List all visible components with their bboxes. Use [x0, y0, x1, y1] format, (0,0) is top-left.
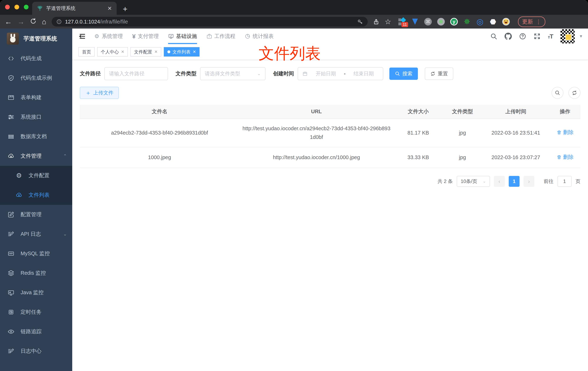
calendar-icon: [302, 71, 308, 76]
chrome-update-button[interactable]: 更新 ⋮: [518, 16, 545, 27]
current-page[interactable]: 1: [509, 176, 520, 187]
page-size-select[interactable]: 10条/页 ⌄: [457, 176, 490, 187]
view-tab-file-config[interactable]: 文件配置 ✕: [130, 47, 161, 56]
address-bar[interactable]: 127.0.0.1:1024/infra/file/file: [52, 17, 368, 27]
sidebar-item-scheduled-tasks[interactable]: 定时任务: [0, 302, 72, 322]
chevron-down-icon: ⌄: [63, 232, 67, 237]
sidebar-item-system-api[interactable]: 系统接口: [0, 107, 72, 127]
font-size-icon[interactable]: тT: [548, 33, 553, 40]
start-date-placeholder[interactable]: 开始日期: [311, 70, 341, 77]
topnav-payment[interactable]: ¥ 支付管理: [127, 29, 163, 44]
sidebar-item-form-builder[interactable]: 表单构建: [0, 88, 72, 107]
extension-puzzle-icon[interactable]: ⬣: [489, 18, 497, 26]
topnav-label: 支付管理: [138, 33, 159, 40]
show-search-button[interactable]: [552, 87, 563, 99]
sidebar-item-file-list[interactable]: 文件列表: [0, 185, 72, 205]
extension-gem-icon[interactable]: [411, 18, 419, 26]
extension-grey-dot-icon[interactable]: [437, 18, 445, 26]
next-page-button[interactable]: ›: [524, 176, 534, 187]
delete-button[interactable]: 删除: [556, 153, 574, 161]
close-icon[interactable]: ✕: [154, 50, 158, 54]
refresh-table-button[interactable]: [568, 87, 580, 99]
view-tab-profile[interactable]: 个人中心 ✕: [97, 47, 128, 56]
cell-filename: 1000.jpeg: [80, 148, 239, 167]
topnav-workflow[interactable]: 工作流程: [202, 29, 240, 44]
sidebar-logo[interactable]: 芋道管理系统: [0, 29, 72, 49]
close-icon[interactable]: ✕: [193, 50, 196, 54]
minimize-window-button[interactable]: [14, 5, 19, 9]
sidebar-item-code-gen[interactable]: 代码生成: [0, 49, 72, 68]
app-title: 芋道管理系统: [23, 35, 57, 42]
extension-emoji-icon[interactable]: [502, 18, 510, 26]
fullscreen-icon[interactable]: [534, 33, 541, 40]
close-icon[interactable]: ✕: [121, 50, 124, 54]
extension-target-icon[interactable]: ◎: [476, 18, 484, 26]
topnav-system[interactable]: ⚙ 系统管理: [89, 29, 127, 44]
file-path-field[interactable]: [104, 67, 168, 80]
topnav-reports[interactable]: 统计报表: [240, 29, 278, 44]
file-path-input[interactable]: [109, 71, 163, 77]
sidebar-item-file-config[interactable]: ⚙ 文件配置: [0, 166, 72, 185]
browser-tab[interactable]: 芋道管理系统 ✕: [32, 2, 117, 15]
sidebar-item-label: 文件配置: [29, 172, 50, 179]
col-header-size: 文件大小: [394, 107, 443, 116]
extension-green-star-icon[interactable]: ✵: [463, 18, 471, 26]
sidebar-item-file-management[interactable]: 文件管理 ⌃: [0, 146, 72, 166]
goto-page-input[interactable]: [557, 176, 572, 187]
sidebar-item-label: 表单构建: [21, 94, 42, 101]
avatar-caret-icon[interactable]: ▼: [579, 34, 583, 39]
extension-command-icon[interactable]: ⌘: [424, 18, 432, 26]
reload-icon[interactable]: [30, 18, 36, 25]
gear-icon: ⚙: [94, 33, 100, 39]
sidebar-item-java-monitor[interactable]: Java 监控: [0, 283, 72, 302]
sidebar-item-redis-monitor[interactable]: Redis 监控: [0, 263, 72, 283]
sidebar-item-mysql-monitor[interactable]: MySQL 监控: [0, 244, 72, 263]
sidebar-item-db-doc[interactable]: 数据库文档: [0, 127, 72, 146]
cell-type: jpg: [443, 123, 482, 143]
extension-y-icon[interactable]: y: [450, 18, 458, 26]
sidebar-item-trace[interactable]: 链路追踪: [0, 322, 72, 341]
back-icon[interactable]: ←: [5, 18, 12, 25]
prev-page-button[interactable]: ‹: [494, 176, 505, 187]
date-range-picker[interactable]: 开始日期 - 结束日期: [298, 67, 383, 80]
github-icon[interactable]: [504, 33, 512, 40]
view-tab-file-list[interactable]: 文件列表 ✕: [164, 47, 200, 56]
delete-label: 删除: [563, 128, 574, 137]
sidebar-item-code-demo[interactable]: 代码生成示例: [0, 68, 72, 88]
sidebar-item-label: 代码生成示例: [21, 74, 52, 82]
collapse-sidebar-icon[interactable]: [78, 32, 86, 40]
tab-close-icon[interactable]: ✕: [107, 5, 112, 11]
site-info-icon[interactable]: [56, 19, 62, 24]
avatar[interactable]: [560, 29, 575, 44]
view-tab-home[interactable]: 首页: [78, 47, 95, 56]
sidebar-item-config-management[interactable]: 配置管理: [0, 205, 72, 224]
share-icon[interactable]: [373, 19, 379, 25]
close-window-button[interactable]: [5, 5, 10, 9]
reset-button[interactable]: 重置: [425, 68, 453, 80]
sidebar-item-log-center[interactable]: 日志中心: [0, 341, 72, 361]
forward-icon[interactable]: →: [17, 18, 25, 25]
delete-label: 删除: [563, 153, 574, 161]
sidebar-item-api-log[interactable]: API 日志 ⌄: [0, 224, 72, 244]
bookmark-star-icon[interactable]: ☆: [385, 18, 391, 25]
search-icon[interactable]: [490, 33, 497, 40]
sidebar-item-label: 配置管理: [21, 211, 42, 218]
extension-tampermonkey-icon[interactable]: 11: [398, 18, 406, 26]
cloud-download-icon: [8, 153, 14, 159]
sidebar-item-label: Java 监控: [21, 289, 43, 296]
search-button[interactable]: 搜索: [389, 68, 418, 80]
briefcase-icon: [206, 33, 212, 39]
delete-button[interactable]: 删除: [556, 128, 574, 137]
home-icon[interactable]: ⌂: [42, 18, 46, 25]
topnav-infrastructure[interactable]: 基础设施: [163, 29, 202, 44]
end-date-placeholder[interactable]: 结束日期: [349, 70, 378, 77]
maximize-window-button[interactable]: [24, 5, 29, 9]
password-key-icon[interactable]: [357, 19, 363, 25]
cell-filename: a294ecb2-73dd-4353-bf40-296b8931d0bf: [80, 123, 239, 143]
help-icon[interactable]: [519, 33, 526, 40]
total-count: 共 2 条: [438, 178, 453, 185]
new-tab-button[interactable]: +: [123, 5, 127, 13]
file-type-select[interactable]: 请选择文件类型 ⌄: [200, 67, 265, 80]
upload-file-button[interactable]: ＋ 上传文件: [80, 87, 119, 99]
menu-dots-icon[interactable]: ⋮: [536, 19, 541, 25]
